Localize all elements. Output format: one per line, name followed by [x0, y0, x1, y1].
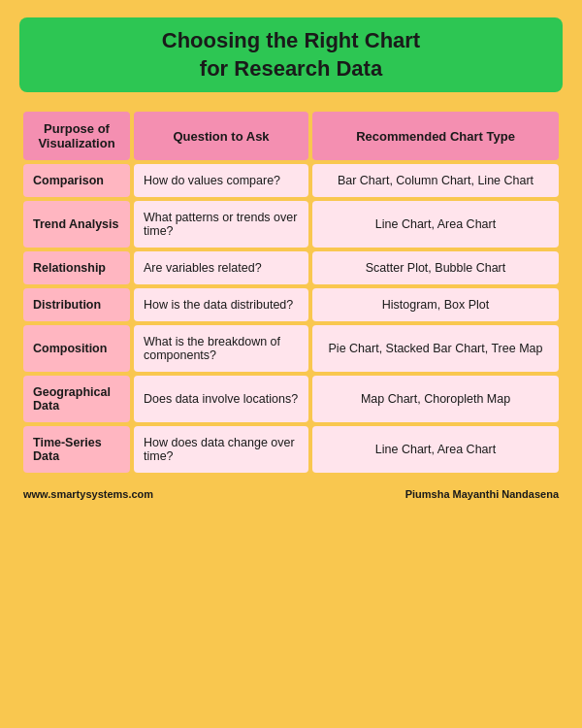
cell-chart: Scatter Plot, Bubble Chart	[312, 251, 559, 284]
footer: www.smartysystems.com Piumsha Mayanthi N…	[19, 488, 563, 500]
cell-question: Are variables related?	[134, 251, 308, 284]
cell-question: What patterns or trends over time?	[134, 201, 308, 248]
cell-chart: Line Chart, Area Chart	[312, 201, 559, 248]
cell-question: How does data change over time?	[134, 426, 308, 473]
cell-question: Does data involve locations?	[134, 376, 308, 422]
cell-purpose: Relationship	[23, 251, 130, 284]
cell-chart: Pie Chart, Stacked Bar Chart, Tree Map	[312, 325, 559, 372]
cell-purpose: Geographical Data	[23, 376, 130, 422]
cell-purpose: Time-Series Data	[23, 426, 130, 473]
table-row: CompositionWhat is the breakdown of comp…	[23, 325, 559, 372]
title-box: Choosing the Right Chart for Research Da…	[19, 17, 563, 92]
cell-purpose: Distribution	[23, 288, 130, 321]
table-row: Geographical DataDoes data involve locat…	[23, 376, 559, 422]
cell-purpose: Trend Analysis	[23, 201, 130, 248]
chart-guide-table: Purpose of Visualization Question to Ask…	[19, 108, 563, 477]
cell-chart: Map Chart, Choropleth Map	[312, 376, 559, 422]
cell-chart: Bar Chart, Column Chart, Line Chart	[312, 164, 559, 197]
col-header-chart: Recommended Chart Type	[312, 112, 559, 160]
table-row: Time-Series DataHow does data change ove…	[23, 426, 559, 473]
table-row: RelationshipAre variables related?Scatte…	[23, 251, 559, 284]
cell-question: What is the breakdown of components?	[134, 325, 308, 372]
col-header-question: Question to Ask	[134, 112, 308, 160]
page-title: Choosing the Right Chart for Research Da…	[39, 27, 543, 83]
cell-question: How is the data distributed?	[134, 288, 308, 321]
cell-purpose: Composition	[23, 325, 130, 372]
cell-question: How do values compare?	[134, 164, 308, 197]
footer-website: www.smartysystems.com	[23, 488, 153, 500]
cell-chart: Histogram, Box Plot	[312, 288, 559, 321]
table-row: Trend AnalysisWhat patterns or trends ov…	[23, 201, 559, 248]
footer-author: Piumsha Mayanthi Nandasena	[405, 488, 559, 500]
col-header-purpose: Purpose of Visualization	[23, 112, 130, 160]
table-row: DistributionHow is the data distributed?…	[23, 288, 559, 321]
cell-chart: Line Chart, Area Chart	[312, 426, 559, 473]
table-row: ComparisonHow do values compare?Bar Char…	[23, 164, 559, 197]
cell-purpose: Comparison	[23, 164, 130, 197]
